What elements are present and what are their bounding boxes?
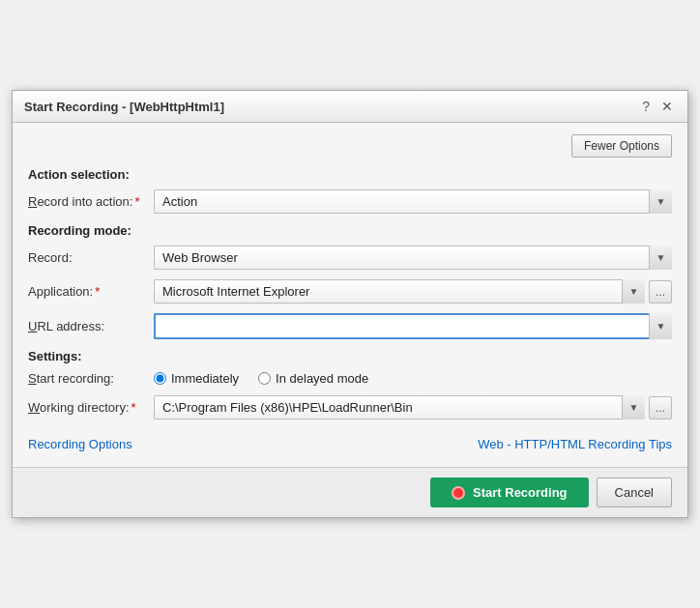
dialog-footer: Start Recording Cancel (13, 467, 687, 517)
url-input[interactable] (154, 313, 672, 339)
recording-options-link[interactable]: Recording Options (28, 437, 132, 451)
working-dir-select-wrapper: C:\Program Files (x86)\HPE\LoadRunner\Bi… (154, 395, 645, 420)
working-dir-browse-button[interactable]: ... (649, 396, 672, 420)
recording-mode-section: Recording mode: Record: Web Browser ▼ Ap… (28, 223, 672, 339)
dialog-body: Fewer Options Action selection: Record i… (13, 123, 687, 467)
record-into-select[interactable]: Action (154, 189, 672, 214)
url-label: URL address: (28, 319, 154, 333)
application-select[interactable]: Microsoft Internet Explorer (154, 279, 645, 304)
start-recording-radio-group: Immediately In delayed mode (154, 371, 368, 386)
cancel-button[interactable]: Cancel (597, 478, 672, 507)
immediately-option[interactable]: Immediately (154, 371, 239, 386)
working-dir-select[interactable]: C:\Program Files (x86)\HPE\LoadRunner\Bi… (154, 395, 645, 420)
record-select-wrapper: Web Browser ▼ (154, 246, 672, 270)
working-dir-row: Working directory:* C:\Program Files (x8… (28, 395, 672, 420)
record-icon (452, 486, 465, 500)
recording-tips-link[interactable]: Web - HTTP/HTML Recording Tips (478, 437, 672, 451)
record-select[interactable]: Web Browser (154, 246, 672, 270)
immediately-label: Immediately (171, 371, 239, 386)
working-dir-label: Working directory:* (28, 400, 154, 415)
settings-section: Settings: Start recording: Immediately I… (28, 349, 672, 420)
start-recording-button[interactable]: Start Recording (430, 478, 589, 507)
record-into-label: Record into action:* (28, 194, 154, 209)
title-bar: Start Recording - [WebHttpHtml1] ? ✕ (13, 91, 687, 123)
footer-links: Recording Options Web - HTTP/HTML Record… (28, 429, 672, 455)
start-recording-btn-label: Start Recording (473, 485, 568, 500)
dialog-title: Start Recording - [WebHttpHtml1] (24, 100, 224, 114)
url-row: URL address: ▼ (28, 313, 672, 339)
start-recording-label: Start recording: (28, 371, 154, 386)
record-into-select-wrapper: Action ▼ (154, 189, 672, 214)
delayed-radio[interactable] (258, 372, 271, 385)
delayed-label: In delayed mode (276, 371, 368, 386)
settings-heading: Settings: (28, 349, 672, 363)
toolbar-row: Fewer Options (28, 134, 672, 158)
application-select-wrapper: Microsoft Internet Explorer ▼ (154, 279, 645, 304)
start-recording-row: Start recording: Immediately In delayed … (28, 371, 672, 386)
application-label: Application:* (28, 284, 154, 299)
close-button[interactable]: ✕ (658, 99, 676, 114)
record-label: Record: (28, 250, 154, 265)
dialog: Start Recording - [WebHttpHtml1] ? ✕ Few… (12, 90, 688, 518)
fewer-options-button[interactable]: Fewer Options (571, 134, 672, 158)
url-input-wrapper: ▼ (154, 313, 672, 339)
action-selection-section: Action selection: Record into action:* A… (28, 167, 672, 214)
application-browse-button[interactable]: ... (649, 280, 672, 304)
recording-mode-heading: Recording mode: (28, 223, 672, 238)
record-row: Record: Web Browser ▼ (28, 246, 672, 270)
delayed-option[interactable]: In delayed mode (258, 371, 368, 386)
immediately-radio[interactable] (154, 372, 166, 385)
record-into-row: Record into action:* Action ▼ (28, 189, 672, 214)
application-row: Application:* Microsoft Internet Explore… (28, 279, 672, 304)
title-bar-controls: ? ✕ (639, 99, 676, 114)
action-selection-heading: Action selection: (28, 167, 672, 182)
help-button[interactable]: ? (639, 99, 653, 114)
